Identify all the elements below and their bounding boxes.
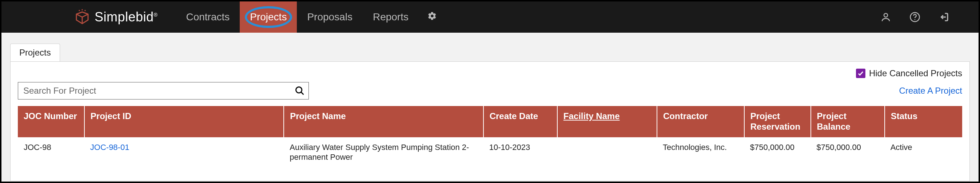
cell-facility xyxy=(557,137,657,167)
svg-point-6 xyxy=(915,19,916,21)
nav-projects-label: Projects xyxy=(250,11,286,23)
th-create-date[interactable]: Create Date xyxy=(484,106,557,137)
th-facility-name[interactable]: Facility Name xyxy=(557,106,657,137)
nav-proposals[interactable]: Proposals xyxy=(297,2,363,33)
th-reservation[interactable]: Project Reservation xyxy=(744,106,811,137)
tab-projects[interactable]: Projects xyxy=(10,44,60,62)
cell-status: Active xyxy=(885,137,962,167)
cell-create-date: 10-10-2023 xyxy=(484,137,557,167)
table-header-row: JOC Number Project ID Project Name Creat… xyxy=(18,106,962,137)
th-project-id[interactable]: Project ID xyxy=(84,106,284,137)
th-balance[interactable]: Project Balance xyxy=(811,106,885,137)
hide-cancelled-label: Hide Cancelled Projects xyxy=(869,68,962,79)
projects-table: JOC Number Project ID Project Name Creat… xyxy=(18,106,962,167)
cell-balance: $750,000.00 xyxy=(811,137,885,167)
th-contractor[interactable]: Contractor xyxy=(657,106,744,137)
hide-cancelled-checkbox[interactable] xyxy=(856,69,865,78)
search-input[interactable] xyxy=(23,86,295,96)
nav-reports[interactable]: Reports xyxy=(363,2,419,33)
help-icon[interactable] xyxy=(909,12,920,22)
svg-point-2 xyxy=(84,10,86,11)
cell-joc-number: JOC-98 xyxy=(18,137,84,167)
create-project-link[interactable]: Create A Project xyxy=(899,86,962,96)
brand-icon xyxy=(74,9,90,25)
cell-project-name: Auxiliary Water Supply System Pumping St… xyxy=(284,137,483,167)
content-area: Projects Hide Cancelled Projects Create … xyxy=(2,33,978,181)
th-status[interactable]: Status xyxy=(885,106,962,137)
svg-point-1 xyxy=(81,9,83,11)
svg-line-9 xyxy=(301,92,304,95)
projects-panel: Hide Cancelled Projects Create A Project… xyxy=(10,62,970,181)
th-joc-number[interactable]: JOC Number xyxy=(18,106,84,137)
tab-strip: Projects xyxy=(10,44,970,62)
brand-name: Simplebid® xyxy=(95,9,158,25)
cell-reservation: $750,000.00 xyxy=(744,137,811,167)
brand-logo[interactable]: Simplebid® xyxy=(74,9,158,25)
th-project-name[interactable]: Project Name xyxy=(284,106,483,137)
search-icon[interactable] xyxy=(295,86,305,96)
nav-right-icons xyxy=(880,12,964,22)
cell-project-id-link[interactable]: JOC-98-01 xyxy=(84,137,284,167)
svg-point-4 xyxy=(884,13,888,17)
svg-point-0 xyxy=(79,10,80,11)
nav-contracts[interactable]: Contracts xyxy=(176,2,240,33)
gear-icon[interactable] xyxy=(419,11,445,23)
cell-contractor: Technologies, Inc. xyxy=(657,137,744,167)
search-box xyxy=(18,82,309,99)
table-row: JOC-98 JOC-98-01 Auxiliary Water Supply … xyxy=(18,137,962,167)
nav-projects[interactable]: Projects xyxy=(240,2,297,33)
hide-cancelled-toggle[interactable]: Hide Cancelled Projects xyxy=(856,68,962,79)
nav-links: Contracts Projects Proposals Reports xyxy=(176,2,445,33)
svg-point-8 xyxy=(296,87,302,93)
top-navbar: Simplebid® Contracts Projects Proposals … xyxy=(2,2,978,33)
logout-icon[interactable] xyxy=(939,12,950,22)
user-icon[interactable] xyxy=(880,12,891,22)
